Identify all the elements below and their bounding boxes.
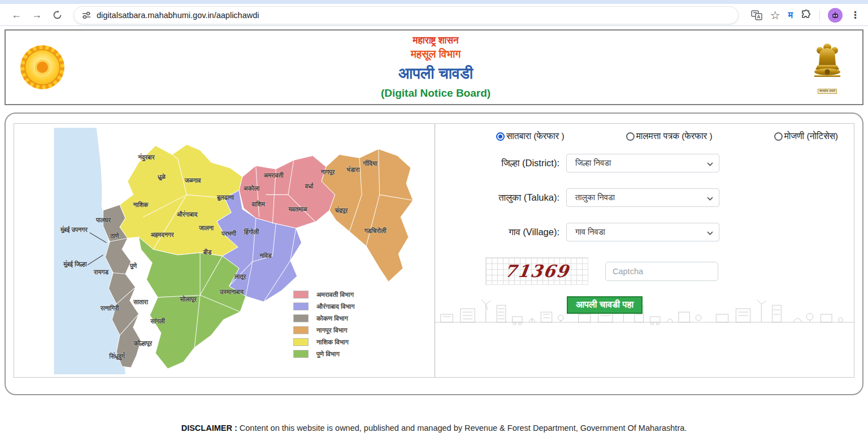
legend-row: औरंगाबाद विभाग — [293, 302, 355, 310]
chevron-down-icon — [707, 158, 713, 168]
captcha-input[interactable] — [605, 262, 718, 281]
district-label: लातूर — [235, 273, 246, 280]
maharashtra-map: नंदुरबारधुळेजळगावनाशिकपालघरमुंबई उपनगरठा… — [51, 128, 435, 374]
district-label: सातारा — [133, 299, 148, 306]
avatar-glyph — [831, 11, 840, 19]
district-label: रायगड — [94, 269, 108, 276]
radio-option-2[interactable]: मोजणी (नोटिसेस) — [774, 131, 838, 141]
captcha-code: 71369 — [503, 261, 570, 281]
header-dept-line: महसूल विभाग — [64, 47, 807, 61]
profile-avatar[interactable] — [828, 8, 843, 23]
radio-unselected-icon[interactable] — [626, 132, 635, 141]
maharashtra-seal-logo — [20, 45, 64, 89]
district-label: पुणे — [130, 262, 137, 270]
disclaimer-label: DISCLAIMER : — [181, 423, 237, 433]
translate-glyph — [751, 10, 762, 20]
district-label: धुळे — [158, 174, 166, 181]
legend-label: कोकण विभाग — [316, 314, 348, 322]
village-select[interactable]: गाव निवडा — [566, 223, 719, 241]
captcha-image: 71369 — [485, 257, 588, 285]
district-label: औरंगाबाद — [177, 211, 197, 218]
district-selected-value: जिल्हा निवडा — [575, 158, 707, 168]
radio-label: मोजणी (नोटिसेस) — [784, 131, 838, 141]
chevron-down-icon — [707, 227, 713, 237]
legend-label: पुणे विभाग — [316, 350, 340, 358]
district-label: अकोला — [244, 185, 259, 192]
maharashtra-map-panel: नंदुरबारधुळेजळगावनाशिकपालघरमुंबई उपनगरठा… — [14, 124, 435, 377]
district-select[interactable]: जिल्हा निवडा — [566, 154, 719, 172]
submit-zone: आपली चावडी पहा — [435, 294, 854, 329]
forward-icon[interactable]: → — [28, 7, 45, 24]
district-label: परभणी — [222, 230, 236, 237]
legend-row: अमरावती विभाग — [293, 291, 355, 299]
district-label: जालना — [199, 224, 214, 232]
puzzle-glyph — [801, 10, 811, 20]
chevron-down-icon — [707, 193, 713, 203]
address-bar[interactable]: digitalsatbara.mahabhumi.gov.in/aaplicha… — [73, 6, 739, 24]
district-label: अहमदनगर — [150, 231, 173, 239]
legend-swatch — [293, 291, 309, 299]
district-label: बीड — [203, 249, 212, 256]
district-label: नाशिक — [133, 201, 149, 209]
back-icon[interactable]: ← — [8, 7, 25, 24]
notice-form-panel: सातबारा (फेरफार )मालमत्ता पत्रक (फेरफार … — [435, 124, 854, 377]
district-label: कोल्हापूर — [134, 340, 152, 347]
reload-glyph — [53, 10, 62, 20]
map-region-nagpur — [322, 149, 413, 282]
taluka-select[interactable]: तालुका निवडा — [566, 188, 719, 207]
tab-strip — [0, 0, 868, 4]
district-label: उस्मानाबाद — [220, 288, 244, 296]
disclaimer-text: Content on this website is owned, publis… — [237, 423, 687, 433]
radio-label: सातबारा (फेरफार ) — [506, 131, 565, 141]
translate-page-indicator[interactable]: म — [788, 10, 793, 20]
extensions-icon[interactable] — [801, 10, 811, 20]
header-govt-line: महाराष्ट्र शासन — [64, 34, 807, 46]
captcha-row: 71369 — [435, 257, 854, 285]
legend-swatch — [293, 314, 309, 322]
legend-swatch — [293, 302, 309, 310]
reload-icon[interactable] — [49, 7, 66, 24]
district-label: नंदुरबार — [138, 154, 154, 161]
legend-swatch — [293, 338, 309, 346]
district-label: रत्नागिरी — [101, 305, 119, 312]
taluka-selected-value: तालुका निवडा — [575, 193, 707, 202]
translate-icon[interactable] — [751, 10, 762, 20]
radio-label: मालमत्ता पत्रक (फेरफार ) — [636, 131, 713, 141]
radio-option-1[interactable]: मालमत्ता पत्रक (फेरफार ) — [626, 131, 713, 141]
village-selected-value: गाव निवडा — [575, 227, 707, 237]
district-label: मुंबई उपनगर — [60, 226, 88, 234]
page-title: आपली चावडी — [64, 63, 807, 83]
radio-selected-icon[interactable] — [496, 132, 505, 141]
bookmark-star-icon[interactable]: ☆ — [770, 8, 780, 22]
legend-label: नागपूर विभाग — [316, 326, 348, 334]
radio-unselected-icon[interactable] — [774, 132, 783, 141]
district-row: जिल्हा (District):जिल्हा निवडा — [435, 154, 854, 172]
district-label: सोलापूर — [180, 296, 197, 303]
cityscape-watermark — [435, 297, 854, 329]
legend-swatch — [293, 350, 309, 358]
toolbar-separator — [819, 10, 820, 20]
site-settings-icon[interactable] — [82, 11, 91, 19]
disclaimer: DISCLAIMER : Content on this website is … — [0, 423, 868, 433]
district-label: मुंबई जिल्हा — [64, 261, 87, 268]
view-chawdi-button[interactable]: आपली चावडी पहा — [567, 296, 643, 314]
radio-option-0[interactable]: सातबारा (फेरफार ) — [496, 131, 565, 141]
legend-row: कोकण विभाग — [293, 314, 355, 322]
district-label: भंडारा — [347, 166, 360, 174]
district-label: जिल्हा (District): — [435, 158, 566, 168]
district-label: वाशिम — [251, 201, 264, 208]
district-label: हिंगोली — [244, 228, 259, 236]
district-label: नागपूर — [321, 168, 335, 176]
district-label: जळगाव — [185, 177, 201, 184]
district-label: बुलढाणा — [217, 194, 234, 201]
district-label: सिंधुदुर्ग — [109, 353, 125, 360]
district-label: नांदेड — [260, 252, 272, 260]
district-label: गोंदिया — [363, 160, 377, 167]
legend-row: पुणे विभाग — [293, 350, 355, 358]
menu-kebab-icon[interactable]: ⋮ — [850, 9, 860, 21]
seal-core — [35, 60, 50, 75]
site-header: महाराष्ट्र शासन महसूल विभाग आपली चावडी (… — [5, 29, 863, 105]
legend-row: नागपूर विभाग — [293, 326, 355, 334]
legend-label: औरंगाबाद विभाग — [316, 302, 355, 310]
district-label: गडचिरोली — [364, 227, 387, 235]
